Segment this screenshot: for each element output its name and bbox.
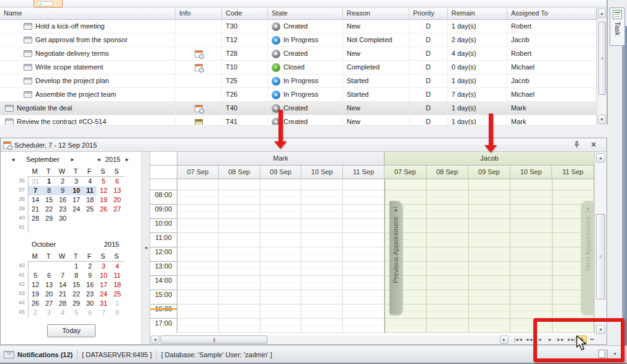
schedule-column[interactable] [260,179,302,333]
schedule-column[interactable] [301,179,343,333]
calendar-day[interactable]: 19 [29,290,42,299]
calendar-day[interactable]: 9 [83,271,97,280]
calendar-day[interactable]: 27 [110,205,124,214]
task-row[interactable]: Review the contract #CO-514T41★CreatedNe… [0,115,597,125]
calendar-day[interactable]: 17 [69,195,83,205]
calendar-day[interactable]: 11 [110,271,124,280]
next-appointment-bar[interactable]: ►| Next Appointment [582,201,594,314]
calendar-day[interactable]: 27 [42,299,56,308]
resource-header-mark[interactable]: Mark [177,152,385,166]
calendar-day[interactable]: 31 [97,299,110,308]
scroll-left-icon[interactable]: ◄ [151,335,159,344]
calendar-day[interactable]: 7 [97,308,110,317]
column-header-remain[interactable]: Remain [448,8,507,20]
calendar-day[interactable]: 14 [56,280,69,290]
calendar-day[interactable]: 8 [110,308,124,317]
column-header-assigned-to[interactable]: Assigned To [507,8,597,20]
calendar-day[interactable]: 20 [42,290,56,299]
calendar-day[interactable]: 30 [56,214,69,223]
task-list-toolbar-button[interactable]: ✓ [33,0,63,7]
calendar-day[interactable]: 10 [69,186,83,195]
calendar-day[interactable]: 15 [69,280,83,290]
calendar-day[interactable]: 4 [56,308,69,317]
task-row[interactable]: Write scope statementT10✓ClosedCompleted… [0,61,597,74]
calendar-day[interactable]: 29 [69,299,83,308]
calendar-day[interactable]: 18 [110,280,124,290]
scheduler-vertical-scrollbar[interactable]: ▲ ≡ ▼ [594,152,607,335]
schedule-column[interactable] [427,179,468,333]
resource-header-jacob[interactable]: Jacob [385,152,594,166]
day-header-09-sep[interactable]: 09 Sep [468,166,510,179]
prev-month-icon[interactable]: ◄ [9,157,17,162]
pin-icon[interactable] [573,141,582,149]
notifications-label[interactable]: Notifications (12) [17,351,73,358]
calendar-day[interactable]: 4 [83,177,97,186]
column-header-state[interactable]: State [268,8,343,20]
tab-task[interactable]: Task [610,7,625,46]
calendar-day[interactable]: 6 [42,271,56,280]
task-row[interactable]: Assemble the project teamT26»In Progress… [0,88,597,102]
calendar-day[interactable]: 22 [42,205,56,214]
calendar-day[interactable]: 6 [83,308,97,317]
calendar-day[interactable]: 26 [97,205,110,214]
calendar-day[interactable]: 12 [29,280,42,290]
day-header-10-sep[interactable]: 10 Sep [301,166,343,179]
calendar-day[interactable]: 11 [83,186,97,195]
calendar-day[interactable]: 5 [97,177,110,186]
calendar-day[interactable]: 18 [83,195,97,205]
schedule-column[interactable] [469,179,510,333]
task-row[interactable]: Negotiate the dealT40★CreatedNewD1 day(s… [0,102,597,115]
column-header-priority[interactable]: Priority [409,8,448,20]
calendar-day[interactable]: 2 [56,177,69,186]
navigator-splitter[interactable]: ◄ [141,152,150,344]
calendar-day[interactable]: 7 [56,271,69,280]
calendar-day[interactable]: 8 [69,271,83,280]
calendar-day[interactable]: 28 [29,214,42,223]
calendar-day[interactable]: 29 [42,214,56,223]
calendar-day[interactable]: 5 [29,271,42,280]
calendar-day[interactable]: 22 [69,290,83,299]
fast-backward-button[interactable]: ◄◄ [523,335,534,344]
calendar-day[interactable]: 6 [110,177,124,186]
calendar-day[interactable]: 16 [83,280,97,290]
calendar-day[interactable]: 5 [69,308,83,317]
calendar-day[interactable]: 23 [83,290,97,299]
calendar-day[interactable]: 1 [69,262,83,271]
calendar-day[interactable]: 3 [97,262,110,271]
goto-first-button[interactable]: |◄◄ [513,335,523,344]
day-header-11-sep[interactable]: 11 Sep [343,166,385,179]
calendar-day[interactable]: 3 [42,308,56,317]
previous-appointment-bar[interactable]: |◄ Previous Appointment [389,201,402,314]
task-row[interactable]: Develop the project planT25»In ProgressS… [0,74,597,88]
calendar-day[interactable]: 3 [69,177,83,186]
calendar-day[interactable]: 19 [97,195,110,205]
calendar-day[interactable]: 9 [56,186,69,195]
splitter-band[interactable] [0,125,608,138]
scheduler-scroll-thumb[interactable]: ≡ [596,214,605,300]
calendar-day[interactable]: 25 [110,290,124,299]
calendar-day[interactable]: 16 [56,195,69,205]
schedule-area-mark[interactable] [177,179,385,333]
schedule-column[interactable] [510,179,552,333]
grid-vertical-scrollbar[interactable]: ▲ ≡ ▼ [597,8,607,125]
calendar-day[interactable]: 4 [110,262,124,271]
calendar-day[interactable]: 24 [69,205,83,214]
calendar-day[interactable]: 10 [97,271,110,280]
scroll-up-icon[interactable]: ▲ [598,9,606,18]
calendar-day[interactable]: 15 [42,195,56,205]
calendar-day[interactable]: 24 [97,290,110,299]
scroll-right-icon[interactable]: ► [500,335,509,344]
grid-scroll-thumb[interactable]: ≡ [598,22,606,95]
close-icon[interactable]: × [589,140,598,149]
today-button[interactable]: Today [47,324,96,337]
day-header-09-sep[interactable]: 09 Sep [260,166,302,179]
column-header-name[interactable]: Name [0,8,176,20]
calendar-day[interactable]: 2 [83,262,97,271]
calendar-day[interactable]: 30 [83,299,97,308]
next-month-icon[interactable]: ► [69,157,76,162]
calendar-day[interactable]: 23 [56,205,69,214]
scroll-down-icon[interactable]: ▼ [598,115,606,124]
day-header-08-sep[interactable]: 08 Sep [427,166,469,179]
column-header-info[interactable]: Info [176,8,222,20]
calendar-day[interactable]: 8 [42,186,56,195]
